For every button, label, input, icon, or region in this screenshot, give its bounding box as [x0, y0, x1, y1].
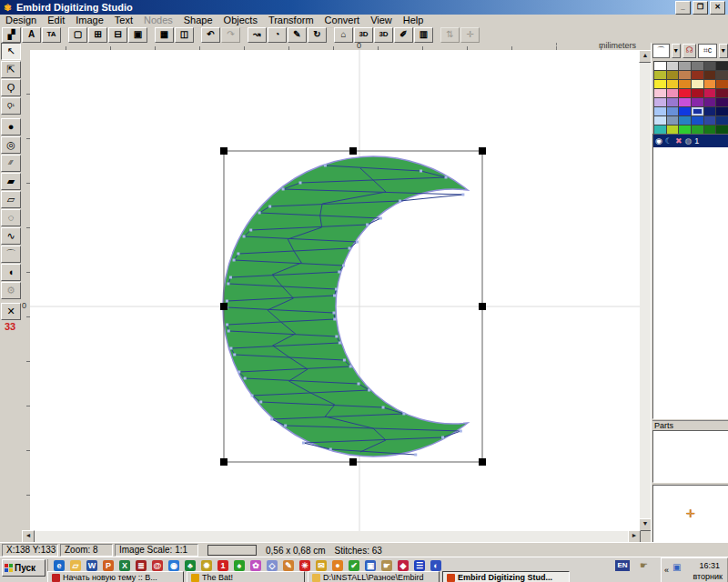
color-swatch[interactable]	[679, 62, 691, 70]
selection-handle[interactable]	[220, 147, 228, 155]
stitch-marker-tool[interactable]: ✕	[1, 303, 21, 320]
color-swatch[interactable]	[692, 116, 703, 125]
quick-launch-icon[interactable]: ✔	[349, 560, 359, 571]
color-swatch[interactable]	[716, 80, 728, 88]
restore-button[interactable]: ❐	[693, 1, 708, 15]
tray-chevron[interactable]: «	[664, 566, 669, 575]
color-swatch[interactable]	[667, 71, 679, 79]
color-swatch[interactable]	[704, 107, 716, 115]
stitch-direction-button[interactable]: ↝	[248, 27, 267, 43]
curve-style-button[interactable]: ⌒	[652, 44, 670, 58]
color-swatch[interactable]	[667, 125, 679, 134]
selection-handle[interactable]	[220, 458, 228, 466]
color-swatch[interactable]	[692, 71, 703, 79]
tools-button[interactable]: ✐	[394, 27, 413, 43]
parts-list[interactable]	[652, 430, 728, 483]
sew-tool-button[interactable]: ✎	[288, 27, 307, 43]
color-swatch[interactable]	[679, 80, 691, 88]
color-swatch[interactable]	[704, 62, 716, 70]
menu-transform[interactable]: Transform	[263, 15, 319, 26]
color-swatch[interactable]	[679, 107, 691, 115]
quick-launch-icon[interactable]: ▱	[70, 560, 81, 571]
undo-button[interactable]: ↶	[201, 27, 220, 43]
quick-launch-icon[interactable]: ♣	[185, 560, 196, 571]
color-swatch[interactable]	[716, 98, 728, 106]
3d-view-button[interactable]: 3D	[354, 27, 373, 43]
design-canvas[interactable]	[30, 50, 640, 531]
fill-hole-tool[interactable]: ◎	[1, 136, 21, 154]
color-swatch[interactable]	[667, 98, 679, 106]
color-swatch[interactable]	[654, 89, 666, 97]
color-swatch[interactable]	[704, 98, 716, 106]
color-swatch[interactable]	[692, 98, 703, 106]
menu-help[interactable]: Help	[398, 15, 430, 26]
column-tool[interactable]: ▰	[1, 173, 21, 190]
selection-handle[interactable]	[479, 147, 486, 155]
close-button[interactable]: ✕	[710, 1, 725, 15]
quick-launch-icon[interactable]: e	[54, 560, 65, 571]
scroll-left-button[interactable]: ◄	[22, 530, 35, 543]
color-swatch[interactable]	[716, 71, 728, 79]
open-design-button[interactable]: ⊞	[88, 27, 107, 43]
color-swatch[interactable]	[667, 62, 679, 70]
color-swatch[interactable]	[667, 107, 679, 115]
vertical-scrollbar[interactable]: ▲ ▼	[640, 50, 651, 531]
color-swatch[interactable]	[716, 125, 728, 134]
color-swatch[interactable]	[654, 62, 666, 70]
object-list[interactable]: ◉ ☾ ✖ ◍ 1	[652, 134, 728, 419]
menu-shape[interactable]: Shape	[178, 15, 218, 26]
quick-launch-icon[interactable]: @	[152, 560, 163, 571]
quick-launch-icon[interactable]: ✉	[316, 560, 327, 571]
color-swatch[interactable]	[679, 125, 691, 134]
column-border-tool[interactable]: ▱	[1, 191, 21, 208]
color-swatch[interactable]	[692, 107, 703, 115]
menu-design[interactable]: Design	[0, 15, 42, 26]
quick-launch-icon[interactable]: W	[86, 560, 97, 571]
menu-objects[interactable]: Objects	[218, 15, 263, 26]
selection-handle[interactable]	[349, 458, 357, 466]
visibility-eye-icon[interactable]: ◉	[655, 136, 662, 146]
quick-launch-icon[interactable]: ●	[332, 560, 343, 571]
scroll-down-button[interactable]: ▼	[639, 518, 652, 531]
crescent-design[interactable]	[30, 50, 640, 531]
menu-edit[interactable]: Edit	[42, 15, 70, 26]
color-swatch[interactable]	[692, 80, 703, 88]
menu-image[interactable]: Image	[70, 15, 109, 26]
curve-style-dropdown-arrow[interactable]: ▼	[672, 44, 681, 58]
selection-handle[interactable]	[479, 303, 486, 310]
select-tool[interactable]: ↖	[1, 43, 21, 60]
quick-launch-icon[interactable]: ◐	[430, 560, 441, 571]
new-design-button[interactable]: ▢	[68, 27, 87, 43]
3d-settings-button[interactable]: 3D	[374, 27, 393, 43]
color-swatch[interactable]	[679, 116, 691, 125]
quick-launch-icon[interactable]: ✿	[250, 560, 261, 571]
connection-tool[interactable]: ◖	[1, 264, 21, 281]
language-indicator[interactable]: EN	[615, 560, 630, 571]
edit-text-button[interactable]: TA	[42, 27, 61, 43]
copy-button[interactable]: ▦	[155, 27, 174, 43]
zoom-tool[interactable]: Ϙ	[1, 79, 21, 96]
machine-format-button[interactable]: ⌂	[334, 27, 353, 43]
color-swatch[interactable]	[692, 89, 703, 97]
color-swatch[interactable]	[692, 125, 703, 134]
quick-launch-icon[interactable]: ☰	[414, 560, 425, 571]
task-button[interactable]: Embird Digitizing Stud...	[442, 571, 570, 582]
menu-view[interactable]: View	[365, 15, 398, 26]
color-swatch[interactable]	[704, 80, 716, 88]
zigzag-tool[interactable]: ∿	[1, 227, 21, 245]
stitch-type-selector[interactable]: ⌗c	[698, 44, 716, 58]
simulator-button[interactable]: ◔	[268, 27, 287, 43]
scroll-up-button[interactable]: ▲	[639, 50, 652, 63]
quick-launch-icon[interactable]: ☛	[381, 560, 392, 571]
save-design-button[interactable]: ▣	[128, 27, 147, 43]
menu-text[interactable]: Text	[109, 15, 138, 26]
color-swatch[interactable]	[679, 89, 691, 97]
color-swatch[interactable]	[654, 116, 666, 125]
color-swatch[interactable]	[716, 89, 728, 97]
minimize-button[interactable]: _	[675, 1, 691, 15]
menu-convert[interactable]: Convert	[319, 15, 366, 26]
color-swatch[interactable]	[716, 107, 728, 115]
zoom-1to1-tool[interactable]: Ϙ¹	[1, 97, 21, 115]
horizontal-scrollbar[interactable]: ◄ ►	[22, 531, 640, 542]
selection-handle[interactable]	[349, 147, 357, 155]
